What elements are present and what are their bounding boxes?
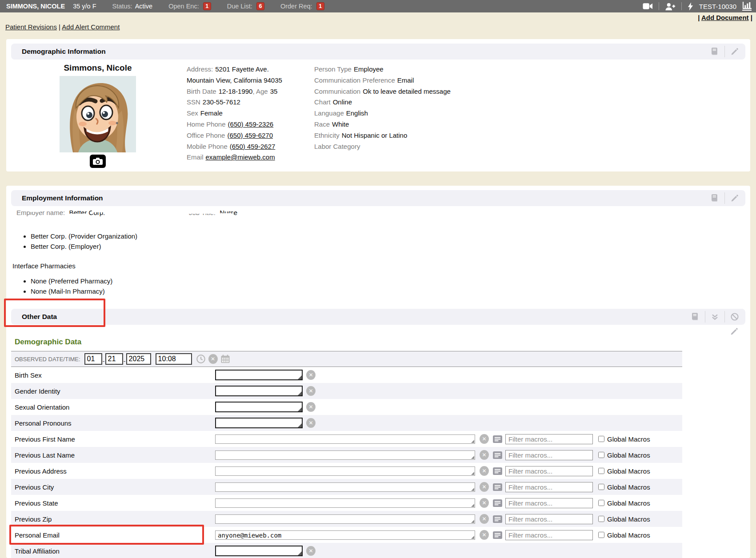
macro-list-icon[interactable]	[492, 531, 503, 539]
calendar-icon[interactable]	[220, 355, 230, 363]
macro-list-icon[interactable]	[492, 467, 503, 475]
resize-grip[interactable]	[298, 391, 302, 395]
video-camera-icon[interactable]	[643, 3, 653, 10]
open-enc-badge[interactable]: 1	[203, 2, 211, 10]
textarea-input[interactable]	[215, 482, 475, 492]
resize-grip[interactable]	[471, 488, 474, 491]
order-req-badge[interactable]: 1	[316, 2, 324, 10]
demographic-information-header[interactable]: Demographic Information	[11, 44, 745, 60]
text-input[interactable]	[215, 402, 303, 412]
clear-field-button[interactable]: ✕	[306, 370, 316, 380]
global-macros-checkbox[interactable]	[598, 532, 604, 538]
block-icon[interactable]	[730, 312, 739, 321]
pipe: |	[698, 14, 701, 21]
textarea-input[interactable]	[215, 498, 475, 508]
mobile-phone-link[interactable]: (650) 459-2627	[230, 143, 276, 150]
clear-field-button[interactable]: ✕	[306, 546, 316, 556]
due-list-badge[interactable]: 6	[256, 2, 264, 10]
demographic-content: Simmons, Nicole	[6, 60, 750, 171]
other-data-header[interactable]: Other Data	[11, 309, 745, 325]
add-document-link[interactable]: Add Document	[701, 14, 749, 21]
clear-field-button[interactable]: ✕	[480, 466, 489, 476]
lightning-icon[interactable]	[688, 2, 693, 11]
due-list-label: Due List:	[227, 3, 252, 10]
clear-field-button[interactable]: ✕	[306, 418, 316, 428]
chart-id: TEST-10030	[699, 3, 736, 10]
journal-icon[interactable]	[709, 193, 719, 203]
global-macros-checkbox[interactable]	[598, 436, 604, 442]
observed-day-input[interactable]	[105, 353, 123, 365]
filter-macros-input[interactable]	[505, 434, 593, 444]
bar-chart-icon[interactable]	[742, 2, 752, 11]
clear-field-button[interactable]: ✕	[480, 482, 489, 492]
textarea-input[interactable]: anyone@mieweb.com	[215, 530, 475, 540]
field-value: English	[346, 109, 368, 117]
collapse-chevrons-icon[interactable]	[711, 313, 719, 321]
observed-year-input[interactable]	[126, 353, 151, 365]
employment-information-header[interactable]: Employment Information	[11, 190, 745, 206]
journal-icon[interactable]	[709, 47, 719, 56]
resize-grip[interactable]	[471, 536, 474, 539]
home-phone-link[interactable]: (650) 459-2326	[228, 120, 274, 128]
textarea-input[interactable]	[215, 514, 475, 524]
resize-grip[interactable]	[471, 504, 474, 507]
textarea-input[interactable]	[215, 434, 475, 444]
text-input[interactable]	[215, 546, 303, 556]
textarea-input[interactable]	[215, 466, 475, 476]
camera-icon[interactable]	[90, 155, 106, 168]
filter-macros-input[interactable]	[505, 530, 593, 540]
macro-list-icon[interactable]	[492, 435, 503, 443]
filter-macros-input[interactable]	[505, 466, 593, 476]
clear-field-button[interactable]: ✕	[480, 530, 489, 540]
edit-pencil-icon[interactable]	[730, 327, 739, 337]
global-macros-label: Global Macros	[607, 467, 650, 475]
resize-grip[interactable]	[298, 375, 302, 379]
clear-field-button[interactable]: ✕	[306, 402, 316, 412]
macro-list-icon[interactable]	[492, 515, 503, 523]
add-person-icon[interactable]	[665, 2, 676, 11]
office-phone-link[interactable]: (650) 459-6270	[227, 132, 273, 139]
resize-grip[interactable]	[298, 407, 302, 411]
list-item: Better Corp. (Employer)	[31, 241, 137, 251]
text-input[interactable]	[215, 386, 303, 396]
employer-label: Employer name:	[16, 209, 65, 216]
global-macros-checkbox[interactable]	[598, 452, 604, 458]
patient-photo[interactable]	[60, 76, 136, 152]
edit-pencil-icon[interactable]	[730, 194, 739, 203]
patient-revisions-link[interactable]: Patient Revisions	[5, 23, 57, 31]
observed-time-input[interactable]	[156, 353, 192, 365]
clear-datetime-icon[interactable]: ✕	[208, 354, 218, 364]
clear-field-button[interactable]: ✕	[480, 434, 489, 444]
clear-field-button[interactable]: ✕	[480, 514, 489, 524]
global-macros-checkbox[interactable]	[598, 468, 604, 474]
resize-grip[interactable]	[298, 551, 302, 555]
global-macros-checkbox[interactable]	[598, 500, 604, 506]
clear-field-button[interactable]: ✕	[480, 450, 489, 460]
resize-grip[interactable]	[471, 456, 474, 459]
clear-field-button[interactable]: ✕	[306, 386, 316, 396]
journal-icon[interactable]	[690, 312, 700, 322]
edit-pencil-icon[interactable]	[730, 47, 739, 56]
resize-grip[interactable]	[471, 472, 474, 475]
filter-macros-input[interactable]	[505, 514, 593, 524]
filter-macros-input[interactable]	[505, 498, 593, 508]
macro-list-icon[interactable]	[492, 451, 503, 459]
clear-field-button[interactable]: ✕	[480, 498, 489, 508]
clock-icon[interactable]	[196, 354, 206, 364]
resize-grip[interactable]	[471, 440, 474, 443]
resize-grip[interactable]	[298, 423, 302, 427]
resize-grip[interactable]	[471, 520, 474, 523]
email-link[interactable]: example@mieweb.com	[206, 153, 275, 161]
add-alert-comment-link[interactable]: Add Alert Comment	[62, 23, 120, 31]
global-macros-checkbox[interactable]	[598, 516, 604, 522]
text-input[interactable]	[215, 370, 303, 380]
filter-macros-input[interactable]	[505, 450, 593, 460]
observed-month-input[interactable]	[84, 353, 102, 365]
macro-list-icon[interactable]	[492, 483, 503, 491]
global-macros-checkbox[interactable]	[598, 484, 604, 490]
macro-list-icon[interactable]	[492, 499, 503, 507]
filter-macros-input[interactable]	[505, 482, 593, 492]
text-input[interactable]	[215, 418, 303, 428]
language-line: LanguageEnglish	[314, 108, 451, 119]
textarea-input[interactable]	[215, 450, 475, 460]
